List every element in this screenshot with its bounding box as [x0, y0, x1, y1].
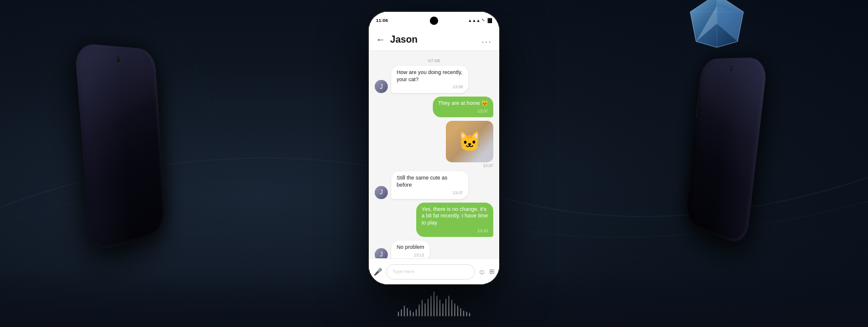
phone-right	[685, 57, 768, 247]
refl-mark	[463, 310, 464, 316]
message-text-5: No problem	[397, 244, 425, 250]
timestamp-1: 07:08	[375, 58, 493, 63]
message-text-3: Still the same cute as before	[397, 175, 448, 188]
message-time-5: 13:12	[397, 252, 425, 258]
refl-mark	[410, 310, 411, 316]
chat-header: ← Jason ...	[369, 28, 499, 51]
contact-avatar-3: J	[375, 186, 388, 199]
phone-center: 11:06 ▲▲▲ ∿ ▐█ ← Jason ... 07:08	[369, 12, 499, 284]
chat-input-bar: 🎤 Type Here ☺ ⊞	[369, 258, 499, 284]
microphone-icon[interactable]: 🎤	[374, 268, 382, 276]
refl-mark	[469, 313, 470, 316]
contact-avatar-1: J	[375, 80, 388, 93]
refl-mark	[427, 299, 429, 316]
status-time: 11:06	[376, 18, 388, 23]
message-row-4: Yes, there is no change, it's a bit fat …	[375, 203, 493, 237]
reflection-marks	[398, 291, 470, 316]
chat-menu-button[interactable]: ...	[481, 35, 492, 44]
refl-mark	[442, 303, 443, 316]
message-row-3: J Still the same cute as before 13:07	[375, 171, 493, 198]
message-row-1: J How are you doing recently, your cat? …	[375, 66, 493, 93]
bubble-4: Yes, there is no change, it's a bit fat …	[416, 203, 493, 237]
phone-left	[74, 43, 166, 254]
crystal-object	[672, 0, 761, 71]
refl-mark	[401, 309, 402, 316]
battery-icon: ▐█	[486, 18, 492, 23]
input-placeholder-text: Type Here	[392, 269, 414, 274]
phone-screen: 11:06 ▲▲▲ ∿ ▐█ ← Jason ... 07:08	[369, 12, 499, 284]
cat-image-time: 13:07	[446, 164, 493, 168]
phone-left-highlight	[74, 43, 131, 254]
chat-messages: 07:08 J How are you doing recently, your…	[369, 51, 499, 258]
refl-mark	[419, 304, 420, 316]
image-attach-button[interactable]: ⊞	[489, 268, 494, 275]
contact-name: Jason	[390, 34, 481, 45]
refl-mark	[454, 303, 455, 316]
refl-mark	[413, 312, 414, 316]
bubble-5: No problem 13:12	[391, 241, 430, 258]
bubble-1: How are you doing recently, your cat? 13…	[391, 66, 468, 93]
refl-mark	[398, 312, 399, 316]
refl-mark	[430, 296, 432, 316]
message-time-2: 13:07	[438, 108, 488, 114]
refl-mark	[457, 306, 458, 316]
refl-mark	[451, 300, 452, 316]
refl-mark	[439, 300, 441, 316]
emoji-button[interactable]: ☺	[478, 268, 486, 276]
refl-mark	[448, 296, 449, 316]
refl-mark	[407, 308, 408, 316]
phone-left-camera	[116, 57, 121, 63]
message-time-3: 13:07	[397, 190, 463, 195]
message-row-2: They are at home 🐱 13:07	[375, 97, 493, 117]
message-time-4: 13:10	[422, 228, 488, 233]
cat-image	[446, 121, 493, 162]
status-bar: 11:06 ▲▲▲ ∿ ▐█	[369, 12, 499, 28]
refl-mark	[404, 306, 405, 316]
phone-center-notch	[430, 17, 438, 25]
refl-mark	[436, 296, 438, 316]
refl-mark	[425, 303, 426, 316]
message-text-1: How are you doing recently, your cat?	[397, 69, 462, 82]
message-input[interactable]: Type Here	[386, 264, 475, 280]
refl-mark	[433, 291, 435, 316]
signal-icon: ▲▲▲	[468, 18, 480, 23]
wifi-icon: ∿	[481, 18, 485, 23]
cat-image-bubble: 13:07	[446, 121, 493, 168]
message-row-5: J No problem 13:12	[375, 241, 493, 258]
message-time-1: 13:06	[397, 84, 463, 89]
contact-avatar-5: J	[375, 248, 388, 258]
refl-mark	[466, 312, 467, 316]
refl-mark	[445, 299, 446, 316]
message-text-2: They are at home 🐱	[438, 100, 488, 106]
refl-mark	[422, 300, 423, 316]
phone-right-highlight	[713, 57, 768, 247]
message-text-4: Yes, there is no change, it's a bit fat …	[422, 206, 488, 226]
refl-mark	[416, 309, 417, 316]
back-button[interactable]: ←	[376, 34, 385, 45]
bubble-3: Still the same cute as before 13:07	[391, 171, 468, 198]
bubble-2: They are at home 🐱 13:07	[433, 97, 493, 117]
refl-mark	[460, 308, 461, 316]
phone-right-side-button	[695, 98, 698, 118]
message-row-cat-image: 13:07	[375, 121, 493, 168]
phone-left-side-button	[157, 94, 160, 116]
